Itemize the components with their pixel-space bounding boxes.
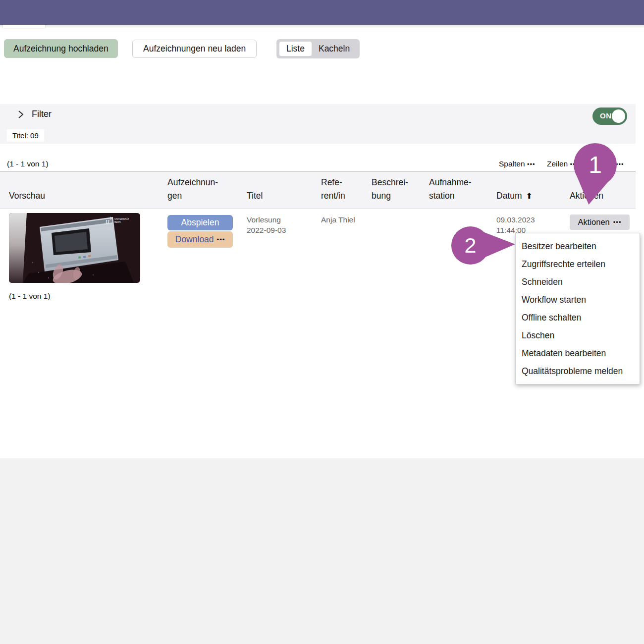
more-menu-button[interactable]: ••• <box>616 160 624 168</box>
view-tiles-segment[interactable]: Kacheln <box>312 42 357 56</box>
thumbnail-image: u b UNIVERSITÄT BERN <box>9 213 140 283</box>
cell-referent: Anja Thiel <box>321 215 355 225</box>
logo-line1: UNIVERSITÄT <box>114 217 129 220</box>
filter-chip-titel[interactable]: Titel: 09 <box>7 129 44 142</box>
menu-item-besitzer-bearbeiten[interactable]: Besitzer bearbeiten <box>516 237 640 255</box>
top-navbar <box>0 0 644 25</box>
logo-line2: BERN <box>114 221 121 223</box>
upload-recording-button[interactable]: Aufzeichnung hochladen <box>4 39 118 58</box>
ellipsis-icon: ••• <box>527 161 536 168</box>
play-button[interactable]: Abspielen <box>167 215 233 230</box>
page-footer-area <box>0 458 644 644</box>
column-header-datum[interactable]: Datum⬆ <box>496 176 533 203</box>
column-header-aufnahmestation[interactable]: Aufnahme- station <box>429 176 472 203</box>
menu-item-offline-schalten[interactable]: Offline schalten <box>516 309 640 326</box>
logo-u: u <box>105 217 109 225</box>
cell-datum: 09.03.2023 11:44:00 <box>496 215 535 235</box>
view-mode-switch: Liste Kacheln <box>276 39 360 58</box>
actions-label: Aktionen <box>578 217 610 227</box>
ellipsis-icon: ••• <box>613 218 622 226</box>
cell-titel: Vorlesung 2022-09-03 <box>247 215 286 235</box>
menu-item-loeschen[interactable]: Löschen <box>516 326 640 344</box>
result-count-top: (1 - 1 von 1) <box>7 160 49 168</box>
column-header-referent[interactable]: Refe- rent/in <box>321 176 345 203</box>
column-header-aufzeichnungen[interactable]: Aufzeichnun- gen <box>167 176 218 203</box>
view-list-segment[interactable]: Liste <box>279 42 312 56</box>
ellipsis-icon: ••• <box>616 161 624 168</box>
column-header-beschreibung[interactable]: Beschrei- bung <box>372 176 408 203</box>
reload-recordings-button[interactable]: Aufzeichnungen neu laden <box>132 40 257 58</box>
menu-item-metadaten-bearbeiten[interactable]: Metadaten bearbeiten <box>516 344 640 362</box>
marker-2-number: 2 <box>451 226 489 265</box>
toggle-on-label: ON <box>600 111 612 120</box>
ellipsis-icon: ••• <box>217 236 225 243</box>
columns-label: Spalten <box>499 160 525 168</box>
result-count-bottom: (1 - 1 von 1) <box>9 292 51 301</box>
filter-label: Filter <box>32 109 52 119</box>
sort-arrow-icon[interactable]: ⬆ <box>526 191 533 201</box>
menu-item-qualitaetsprobleme-melden[interactable]: Qualitätsprobleme melden <box>516 362 640 380</box>
filter-active-toggle[interactable]: ON <box>592 107 627 125</box>
menu-item-schneiden[interactable]: Schneiden <box>516 273 640 291</box>
page: Inhalt Info Einstellungen Gruppen Rechte… <box>0 0 644 644</box>
marker-1-number: 1 <box>574 143 617 186</box>
logo-b: b <box>109 216 112 220</box>
toggle-knob <box>612 109 625 123</box>
actions-dropdown-menu: Besitzer bearbeiten Zugriffsrechte ertei… <box>515 233 640 384</box>
column-header-vorschau[interactable]: Vorschau <box>9 189 45 203</box>
menu-item-workflow-starten[interactable]: Workflow starten <box>516 291 640 309</box>
chevron-right-icon <box>17 109 24 119</box>
video-thumbnail[interactable]: u b UNIVERSITÄT BERN <box>9 213 140 283</box>
download-button[interactable]: Download ••• <box>167 231 233 248</box>
columns-menu-button[interactable]: Spalten ••• <box>499 160 536 168</box>
download-label: Download <box>175 234 214 245</box>
row-actions-button[interactable]: Aktionen ••• <box>570 215 630 230</box>
rows-label: Zeilen <box>547 160 568 168</box>
table-header-row: Vorschau Aufzeichnun- gen Titel Refe- re… <box>0 171 636 209</box>
filter-expander[interactable]: Filter <box>17 109 52 119</box>
datum-label: Datum <box>496 191 522 201</box>
column-header-titel[interactable]: Titel <box>247 189 263 203</box>
menu-item-zugriffsrechte-erteilen[interactable]: Zugriffsrechte erteilen <box>516 255 640 273</box>
filter-panel: Filter Titel: 09 ON <box>0 104 636 144</box>
